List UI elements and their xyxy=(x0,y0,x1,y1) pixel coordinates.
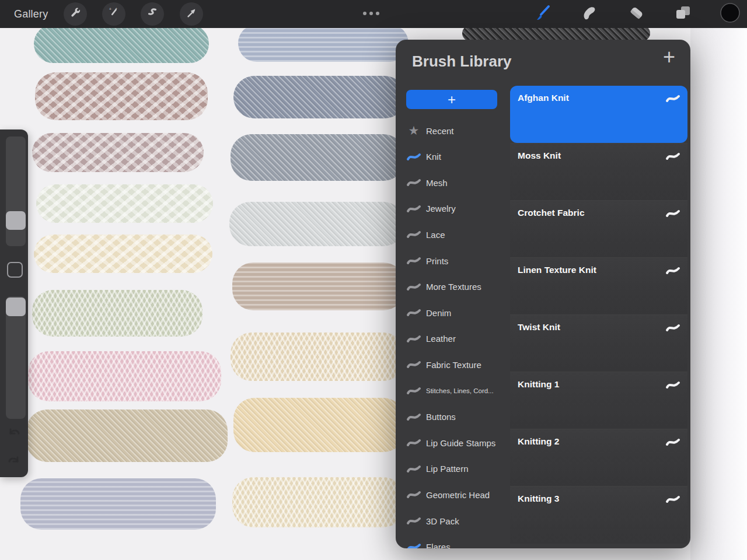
smudge-button[interactable] xyxy=(579,4,600,24)
brush-set-label: Prints xyxy=(426,256,448,266)
brushstroke-icon xyxy=(404,334,424,344)
smudge-icon xyxy=(580,4,599,24)
brush-set-item-jewelry[interactable]: Jewelry xyxy=(396,196,510,222)
new-brush-set-button[interactable]: + xyxy=(406,90,497,109)
brushstroke-icon xyxy=(404,178,424,187)
brush-set-item-lip-pattern[interactable]: Lip Pattern xyxy=(396,456,510,482)
brush-opacity-handle[interactable] xyxy=(6,298,26,316)
brushstroke-icon xyxy=(665,209,680,220)
brush-set-label: Fabric Texture xyxy=(426,360,481,370)
brushstroke-icon xyxy=(665,266,680,278)
brushstroke-icon xyxy=(665,495,680,506)
transform-button[interactable] xyxy=(180,2,203,26)
brush-set-label: Lip Pattern xyxy=(426,464,469,474)
star-icon: ★ xyxy=(404,124,424,138)
add-brush-button[interactable]: + xyxy=(663,47,675,68)
canvas-shade xyxy=(690,28,747,560)
undo-button[interactable] xyxy=(6,426,22,441)
brush-library-panel: Brush Library + + ★RecentKnitMeshJewelry… xyxy=(396,40,690,548)
top-toolbar: Gallery ++ xyxy=(0,0,747,28)
brush-size-handle[interactable] xyxy=(6,211,26,230)
brush-set-label: Leather xyxy=(426,334,456,344)
brush-set-item-recent[interactable]: ★Recent xyxy=(396,118,510,144)
brush-item-moss-knit[interactable]: Moss Knit xyxy=(510,143,687,201)
gallery-button[interactable]: Gallery xyxy=(14,8,48,20)
brushstroke-icon xyxy=(404,516,424,526)
brush-set-item-fabric-texture[interactable]: Fabric Texture xyxy=(396,352,510,377)
brush-set-item-mesh[interactable]: Mesh xyxy=(396,170,510,195)
brush-set-label: Knit xyxy=(426,152,441,162)
brush-name: Twist Knit xyxy=(518,322,560,332)
brush-set-item-lip-guide-stamps[interactable]: Lip Guide Stamps xyxy=(396,430,510,456)
brush-name: Crotchet Fabric xyxy=(518,208,585,218)
brush-set-label: Stitches, Lines, Cord... xyxy=(426,387,494,394)
selection-button[interactable] xyxy=(141,2,164,26)
brush-name: Linen Texture Knit xyxy=(518,265,596,275)
brush-item-crotchet-fabric[interactable]: Crotchet Fabric xyxy=(510,200,687,258)
canvas-swatch xyxy=(238,24,409,62)
modify-button[interactable] xyxy=(7,262,23,278)
canvas-options-button[interactable] xyxy=(363,12,379,15)
brush-set-item-more-textures[interactable]: More Textures xyxy=(396,274,510,300)
brush-list: Afghan KnitMoss KnitCrotchet FabricLinen… xyxy=(510,85,687,548)
brush-item-twist-knit[interactable]: Twist Knit xyxy=(510,314,687,372)
paint-brush-icon xyxy=(532,3,551,25)
paint-brush-button[interactable] xyxy=(531,4,552,24)
brush-set-item-leather[interactable]: Leather xyxy=(396,326,510,352)
brushstroke-icon xyxy=(665,94,680,106)
brush-set-item-knit[interactable]: Knit xyxy=(396,144,510,170)
panel-title: Brush Library xyxy=(412,52,512,71)
brush-name: Afghan Knit xyxy=(518,93,569,103)
brush-item-knitting-1[interactable]: Knitting 1 xyxy=(510,372,687,429)
brushstroke-icon xyxy=(404,360,424,369)
brush-set-item-lace[interactable]: Lace xyxy=(396,222,510,247)
canvas-swatch xyxy=(34,235,212,273)
brush-set-item-geometric-head[interactable]: Geometric Head xyxy=(396,482,510,508)
canvas-swatch xyxy=(36,184,213,223)
redo-button[interactable] xyxy=(6,454,22,469)
brushstroke-icon xyxy=(404,438,424,447)
adjustments-button[interactable]: ++ xyxy=(102,2,125,26)
brushstroke-icon xyxy=(404,204,424,214)
brushstroke-icon xyxy=(404,464,424,474)
brush-name: Knitting 2 xyxy=(518,436,559,447)
svg-text:+: + xyxy=(116,6,117,10)
layers-button[interactable] xyxy=(672,4,693,24)
brush-set-item-denim[interactable]: Denim xyxy=(396,300,510,326)
brushstroke-icon xyxy=(404,282,424,292)
brush-set-label: Flares xyxy=(426,542,451,548)
brush-name: Knitting 1 xyxy=(518,379,559,390)
brushstroke-icon xyxy=(404,256,424,265)
brush-set-label: Buttons xyxy=(426,412,456,422)
brush-item-knitting-2[interactable]: Knitting 2 xyxy=(510,429,687,487)
brush-item-linen-texture-knit[interactable]: Linen Texture Knit xyxy=(510,257,687,315)
canvas-swatch xyxy=(34,24,209,63)
selection-s-icon xyxy=(146,6,159,22)
brush-set-item-buttons[interactable]: Buttons xyxy=(396,404,510,430)
brush-name: Knitting 3 xyxy=(518,494,559,504)
svg-text:+: + xyxy=(109,6,111,12)
magic-wand-icon: ++ xyxy=(107,6,120,22)
active-color-icon xyxy=(720,2,741,26)
wrench-icon xyxy=(69,6,82,22)
brush-set-label: 3D Pack xyxy=(426,516,459,526)
brushstroke-icon xyxy=(665,323,680,335)
brush-name: Moss Knit xyxy=(518,150,561,161)
brush-item-afghan-knit[interactable]: Afghan Knit xyxy=(510,86,687,143)
brush-set-item-prints[interactable]: Prints xyxy=(396,248,510,274)
brush-item-knitting-3[interactable]: Knitting 3 xyxy=(510,486,687,544)
brush-size-slider[interactable] xyxy=(6,136,26,246)
brush-set-item-flares[interactable]: Flares xyxy=(396,534,510,548)
brush-opacity-slider[interactable] xyxy=(6,296,26,419)
actions-button[interactable] xyxy=(64,2,87,26)
brush-set-item-3d-pack[interactable]: 3D Pack xyxy=(396,508,510,534)
brush-set-label: More Textures xyxy=(426,282,481,292)
eraser-button[interactable] xyxy=(626,4,647,24)
canvas-swatch xyxy=(233,76,406,118)
brushstroke-icon xyxy=(404,412,424,422)
brush-set-item-stitches-lines-cord-[interactable]: Stitches, Lines, Cord... xyxy=(396,378,510,404)
brush-set-label: Lip Guide Stamps xyxy=(426,438,495,448)
eraser-icon xyxy=(627,4,646,24)
canvas-swatch xyxy=(232,262,404,310)
color-swatch-button[interactable] xyxy=(720,4,741,24)
